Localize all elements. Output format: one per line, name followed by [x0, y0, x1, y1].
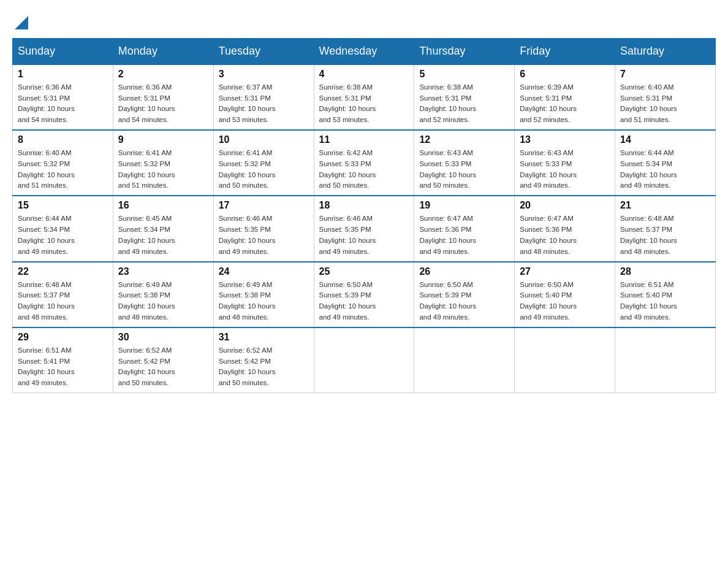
- calendar-cell: 15 Sunrise: 6:44 AM Sunset: 5:34 PM Dayl…: [13, 196, 113, 261]
- day-info: Sunrise: 6:45 AM Sunset: 5:34 PM Dayligh…: [118, 213, 208, 257]
- day-number: 16: [118, 200, 208, 211]
- calendar-cell: 22 Sunrise: 6:48 AM Sunset: 5:37 PM Dayl…: [13, 262, 113, 327]
- day-info: Sunrise: 6:41 AM Sunset: 5:32 PM Dayligh…: [118, 148, 208, 191]
- day-header-tuesday: Tuesday: [213, 38, 314, 64]
- calendar-cell: 17 Sunrise: 6:46 AM Sunset: 5:35 PM Dayl…: [213, 196, 314, 261]
- day-info: Sunrise: 6:44 AM Sunset: 5:34 PM Dayligh…: [620, 148, 710, 191]
- calendar-cell: 27 Sunrise: 6:50 AM Sunset: 5:40 PM Dayl…: [515, 262, 615, 327]
- day-info: Sunrise: 6:51 AM Sunset: 5:41 PM Dayligh…: [18, 345, 108, 389]
- day-number: 7: [620, 69, 710, 80]
- calendar-cell: 16 Sunrise: 6:45 AM Sunset: 5:34 PM Dayl…: [113, 196, 213, 261]
- calendar-cell: 8 Sunrise: 6:40 AM Sunset: 5:32 PM Dayli…: [13, 130, 113, 196]
- calendar-cell: 23 Sunrise: 6:49 AM Sunset: 5:38 PM Dayl…: [113, 262, 213, 327]
- calendar-cell: 4 Sunrise: 6:38 AM Sunset: 5:31 PM Dayli…: [314, 64, 414, 130]
- day-number: 8: [18, 134, 108, 145]
- day-info: Sunrise: 6:50 AM Sunset: 5:39 PM Dayligh…: [319, 280, 409, 323]
- day-number: 12: [419, 134, 509, 145]
- week-row-4: 22 Sunrise: 6:48 AM Sunset: 5:37 PM Dayl…: [13, 262, 716, 327]
- day-info: Sunrise: 6:37 AM Sunset: 5:31 PM Dayligh…: [219, 82, 309, 126]
- calendar-cell: 20 Sunrise: 6:47 AM Sunset: 5:36 PM Dayl…: [515, 196, 615, 261]
- day-number: 14: [620, 134, 710, 145]
- svg-marker-0: [15, 16, 28, 29]
- day-info: Sunrise: 6:48 AM Sunset: 5:37 PM Dayligh…: [620, 213, 710, 257]
- calendar-cell: [414, 327, 515, 393]
- day-number: 3: [219, 69, 309, 80]
- day-info: Sunrise: 6:46 AM Sunset: 5:35 PM Dayligh…: [219, 213, 309, 257]
- day-info: Sunrise: 6:46 AM Sunset: 5:35 PM Dayligh…: [319, 213, 409, 257]
- day-number: 13: [520, 134, 610, 145]
- day-info: Sunrise: 6:39 AM Sunset: 5:31 PM Dayligh…: [520, 82, 610, 126]
- calendar-cell: 2 Sunrise: 6:36 AM Sunset: 5:31 PM Dayli…: [113, 64, 213, 130]
- day-number: 22: [18, 266, 108, 277]
- day-info: Sunrise: 6:36 AM Sunset: 5:31 PM Dayligh…: [18, 82, 108, 126]
- day-info: Sunrise: 6:38 AM Sunset: 5:31 PM Dayligh…: [319, 82, 409, 126]
- day-number: 31: [219, 332, 309, 343]
- day-number: 6: [520, 69, 610, 80]
- calendar-cell: 21 Sunrise: 6:48 AM Sunset: 5:37 PM Dayl…: [615, 196, 716, 261]
- day-header-saturday: Saturday: [615, 38, 716, 64]
- day-info: Sunrise: 6:51 AM Sunset: 5:40 PM Dayligh…: [620, 280, 710, 323]
- day-number: 10: [219, 134, 309, 145]
- day-info: Sunrise: 6:49 AM Sunset: 5:38 PM Dayligh…: [219, 280, 309, 323]
- day-number: 4: [319, 69, 409, 80]
- day-info: Sunrise: 6:47 AM Sunset: 5:36 PM Dayligh…: [419, 213, 509, 257]
- logo-triangle-icon: [15, 16, 28, 29]
- day-info: Sunrise: 6:48 AM Sunset: 5:37 PM Dayligh…: [18, 280, 108, 323]
- day-info: Sunrise: 6:40 AM Sunset: 5:32 PM Dayligh…: [18, 148, 108, 191]
- day-number: 27: [520, 266, 610, 277]
- day-info: Sunrise: 6:52 AM Sunset: 5:42 PM Dayligh…: [118, 345, 208, 389]
- calendar-cell: 30 Sunrise: 6:52 AM Sunset: 5:42 PM Dayl…: [113, 327, 213, 393]
- day-number: 11: [319, 134, 409, 145]
- day-number: 25: [319, 266, 409, 277]
- day-header-sunday: Sunday: [13, 38, 113, 64]
- calendar-cell: [314, 327, 414, 393]
- day-info: Sunrise: 6:49 AM Sunset: 5:38 PM Dayligh…: [118, 280, 208, 323]
- day-number: 20: [520, 200, 610, 211]
- day-info: Sunrise: 6:50 AM Sunset: 5:39 PM Dayligh…: [419, 280, 509, 323]
- day-number: 30: [118, 332, 208, 343]
- calendar-cell: 19 Sunrise: 6:47 AM Sunset: 5:36 PM Dayl…: [414, 196, 515, 261]
- day-header-wednesday: Wednesday: [314, 38, 414, 64]
- day-info: Sunrise: 6:42 AM Sunset: 5:33 PM Dayligh…: [319, 148, 409, 191]
- calendar-cell: 12 Sunrise: 6:43 AM Sunset: 5:33 PM Dayl…: [414, 130, 515, 196]
- day-info: Sunrise: 6:50 AM Sunset: 5:40 PM Dayligh…: [520, 280, 610, 323]
- calendar-cell: 5 Sunrise: 6:38 AM Sunset: 5:31 PM Dayli…: [414, 64, 515, 130]
- week-row-5: 29 Sunrise: 6:51 AM Sunset: 5:41 PM Dayl…: [13, 327, 716, 393]
- day-number: 18: [319, 200, 409, 211]
- day-number: 23: [118, 266, 208, 277]
- calendar-header-row: SundayMondayTuesdayWednesdayThursdayFrid…: [13, 38, 716, 64]
- day-header-monday: Monday: [113, 38, 213, 64]
- calendar-cell: 26 Sunrise: 6:50 AM Sunset: 5:39 PM Dayl…: [414, 262, 515, 327]
- calendar-cell: 3 Sunrise: 6:37 AM Sunset: 5:31 PM Dayli…: [213, 64, 314, 130]
- calendar-cell: 11 Sunrise: 6:42 AM Sunset: 5:33 PM Dayl…: [314, 130, 414, 196]
- logo: [12, 12, 28, 32]
- calendar-cell: 6 Sunrise: 6:39 AM Sunset: 5:31 PM Dayli…: [515, 64, 615, 130]
- day-info: Sunrise: 6:36 AM Sunset: 5:31 PM Dayligh…: [118, 82, 208, 126]
- day-info: Sunrise: 6:44 AM Sunset: 5:34 PM Dayligh…: [18, 213, 108, 257]
- calendar-cell: [615, 327, 716, 393]
- day-number: 29: [18, 332, 108, 343]
- day-number: 24: [219, 266, 309, 277]
- day-info: Sunrise: 6:52 AM Sunset: 5:42 PM Dayligh…: [219, 345, 309, 389]
- day-number: 21: [620, 200, 710, 211]
- day-number: 28: [620, 266, 710, 277]
- calendar-cell: [515, 327, 615, 393]
- day-number: 5: [419, 69, 509, 80]
- day-info: Sunrise: 6:41 AM Sunset: 5:32 PM Dayligh…: [219, 148, 309, 191]
- day-info: Sunrise: 6:40 AM Sunset: 5:31 PM Dayligh…: [620, 82, 710, 126]
- day-number: 26: [419, 266, 509, 277]
- day-number: 17: [219, 200, 309, 211]
- calendar-cell: 9 Sunrise: 6:41 AM Sunset: 5:32 PM Dayli…: [113, 130, 213, 196]
- calendar-cell: 18 Sunrise: 6:46 AM Sunset: 5:35 PM Dayl…: [314, 196, 414, 261]
- day-number: 19: [419, 200, 509, 211]
- week-row-1: 1 Sunrise: 6:36 AM Sunset: 5:31 PM Dayli…: [13, 64, 716, 130]
- week-row-2: 8 Sunrise: 6:40 AM Sunset: 5:32 PM Dayli…: [13, 130, 716, 196]
- calendar-cell: 29 Sunrise: 6:51 AM Sunset: 5:41 PM Dayl…: [13, 327, 113, 393]
- day-info: Sunrise: 6:43 AM Sunset: 5:33 PM Dayligh…: [419, 148, 509, 191]
- day-number: 1: [18, 69, 108, 80]
- logo-text: [12, 12, 28, 32]
- day-info: Sunrise: 6:47 AM Sunset: 5:36 PM Dayligh…: [520, 213, 610, 257]
- day-number: 15: [18, 200, 108, 211]
- calendar-cell: 24 Sunrise: 6:49 AM Sunset: 5:38 PM Dayl…: [213, 262, 314, 327]
- calendar-cell: 25 Sunrise: 6:50 AM Sunset: 5:39 PM Dayl…: [314, 262, 414, 327]
